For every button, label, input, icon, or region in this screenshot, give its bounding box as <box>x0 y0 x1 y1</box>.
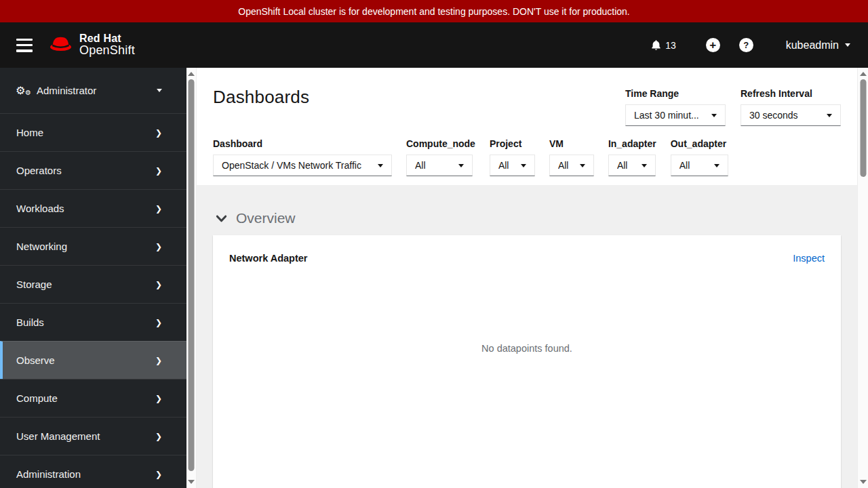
page-title: Dashboards <box>213 87 309 108</box>
time-range-group: Time Range Last 30 minut... <box>625 88 726 126</box>
logo-line2: OpenShift <box>79 44 135 57</box>
angle-right-icon: ❯ <box>155 432 162 441</box>
username: kubeadmin <box>786 39 839 52</box>
sidebar-nav: ⚙ ⚙ Administrator Home ❯ Operators ❯ Wor… <box>0 68 186 488</box>
caret-down-icon <box>845 43 850 47</box>
perspective-switcher[interactable]: ⚙ ⚙ Administrator <box>0 68 186 113</box>
sidebar-item-user-management[interactable]: User Management ❯ <box>0 417 186 455</box>
bell-icon <box>650 39 662 51</box>
scrollbar-thumb[interactable] <box>189 79 195 471</box>
masthead: Red Hat OpenShift 13 + ? kubeadmin <box>0 22 868 68</box>
user-menu-dropdown[interactable]: kubeadmin <box>786 39 850 52</box>
main-content: Dashboards Time Range Last 30 minut... R… <box>197 68 857 488</box>
chevron-down-icon <box>216 214 227 224</box>
angle-right-icon: ❯ <box>155 356 162 365</box>
network-adapter-card: Network Adapter Inspect No datapoints fo… <box>213 235 841 488</box>
angle-right-icon: ❯ <box>155 280 162 289</box>
sidebar-item-builds[interactable]: Builds ❯ <box>0 303 186 341</box>
empty-state-message: No datapoints found. <box>213 343 841 354</box>
caret-down-icon <box>157 89 162 92</box>
dashboard-select[interactable]: OpenStack / VMs Network Traffic <box>213 155 392 176</box>
notification-count-badge: 13 <box>665 40 676 51</box>
sidebar-scrollbar[interactable] <box>186 68 197 488</box>
page-scrollbar[interactable] <box>857 68 868 488</box>
cogs-icon: ⚙ ⚙ <box>16 85 31 97</box>
filter-out-adapter: Out_adapter All <box>671 138 728 176</box>
angle-right-icon: ❯ <box>155 166 162 176</box>
caret-down-icon <box>452 164 464 167</box>
angle-right-icon: ❯ <box>155 318 162 327</box>
card-title: Network Adapter <box>229 253 307 264</box>
time-range-select[interactable]: Last 30 minut... <box>625 104 726 126</box>
caret-down-icon <box>371 164 383 167</box>
sidebar-item-networking[interactable]: Networking ❯ <box>0 227 186 265</box>
refresh-interval-group: Refresh Interval 30 seconds <box>741 88 841 126</box>
help-button[interactable]: ? <box>739 38 753 52</box>
caret-down-icon <box>573 164 585 167</box>
caret-down-icon <box>514 164 526 167</box>
refresh-interval-select[interactable]: 30 seconds <box>741 104 841 126</box>
vm-select[interactable]: All <box>549 155 594 176</box>
time-range-label: Time Range <box>625 88 726 99</box>
dashboards-header: Dashboards Time Range Last 30 minut... R… <box>197 68 857 185</box>
scroll-up-arrow-icon[interactable] <box>188 72 195 76</box>
scroll-down-arrow-icon[interactable] <box>860 480 867 484</box>
question-circle-icon: ? <box>743 40 749 50</box>
logo-line1: Red Hat <box>79 33 135 44</box>
menu-toggle-icon[interactable] <box>16 39 33 52</box>
cluster-warning-banner: OpenShift Local cluster is for developme… <box>0 0 868 22</box>
inspect-link[interactable]: Inspect <box>793 253 825 264</box>
project-select[interactable]: All <box>490 155 535 176</box>
angle-right-icon: ❯ <box>155 394 162 403</box>
plus-circle-icon: + <box>709 39 716 51</box>
quick-create-button[interactable]: + <box>706 38 720 52</box>
in-adapter-select[interactable]: All <box>608 155 656 176</box>
perspective-label: Administrator <box>37 85 96 96</box>
sidebar-item-observe[interactable]: Observe ❯ <box>0 341 186 379</box>
notifications-button[interactable]: 13 <box>650 39 676 51</box>
openshift-console: OpenShift Local cluster is for developme… <box>0 0 868 488</box>
sidebar-item-administration[interactable]: Administration ❯ <box>0 455 186 488</box>
caret-down-icon <box>820 114 832 117</box>
sidebar-item-operators[interactable]: Operators ❯ <box>0 151 186 189</box>
filter-compute-node: Compute_node All <box>406 138 475 176</box>
redhat-fedora-icon <box>49 35 73 55</box>
angle-right-icon: ❯ <box>155 470 162 479</box>
scrollbar-thumb[interactable] <box>860 79 866 177</box>
sidebar-item-home[interactable]: Home ❯ <box>0 113 186 151</box>
scroll-down-arrow-icon[interactable] <box>188 480 195 484</box>
compute-node-select[interactable]: All <box>406 155 473 176</box>
overview-section-toggle[interactable]: Overview <box>216 210 296 226</box>
filter-project: Project All <box>490 138 535 176</box>
caret-down-icon <box>635 164 647 167</box>
sidebar-item-workloads[interactable]: Workloads ❯ <box>0 189 186 227</box>
section-title: Overview <box>236 210 296 226</box>
scroll-up-arrow-icon[interactable] <box>860 72 867 76</box>
redhat-openshift-logo[interactable]: Red Hat OpenShift <box>49 33 135 58</box>
angle-right-icon: ❯ <box>155 242 162 251</box>
sidebar-item-storage[interactable]: Storage ❯ <box>0 265 186 303</box>
filter-vm: VM All <box>549 138 594 176</box>
sidebar-item-compute[interactable]: Compute ❯ <box>0 379 186 417</box>
refresh-interval-label: Refresh Interval <box>741 88 841 99</box>
banner-text: OpenShift Local cluster is for developme… <box>238 6 630 17</box>
angle-right-icon: ❯ <box>155 204 162 214</box>
caret-down-icon <box>707 164 719 167</box>
dashboard-filter-bar: Dashboard OpenStack / VMs Network Traffi… <box>213 138 743 176</box>
filter-in-adapter: In_adapter All <box>608 138 656 176</box>
out-adapter-select[interactable]: All <box>671 155 728 176</box>
caret-down-icon <box>705 114 717 117</box>
filter-dashboard: Dashboard OpenStack / VMs Network Traffi… <box>213 138 392 176</box>
angle-right-icon: ❯ <box>155 128 162 138</box>
